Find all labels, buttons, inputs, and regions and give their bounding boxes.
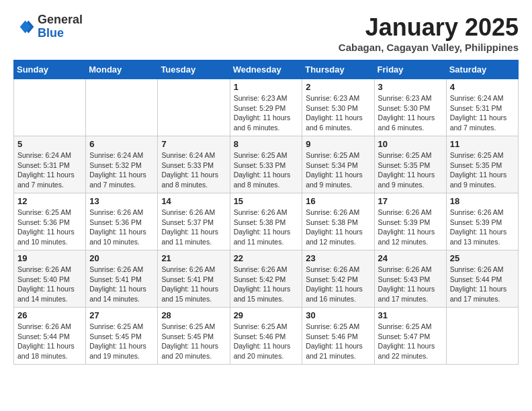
calendar-cell: 19Sunrise: 6:26 AMSunset: 5:40 PMDayligh… — [14, 250, 86, 308]
day-number: 8 — [234, 139, 299, 149]
calendar-cell: 10Sunrise: 6:25 AMSunset: 5:35 PMDayligh… — [374, 136, 446, 193]
day-number: 21 — [161, 253, 226, 263]
day-info: Sunrise: 6:25 AMSunset: 5:33 PMDaylight:… — [234, 150, 299, 190]
day-info: Sunrise: 6:26 AMSunset: 5:42 PMDaylight:… — [306, 265, 370, 304]
day-number: 11 — [450, 139, 515, 149]
day-info: Sunrise: 6:26 AMSunset: 5:40 PMDaylight:… — [17, 265, 82, 304]
calendar-cell — [86, 79, 158, 136]
logo: General Blue — [13, 13, 83, 40]
calendar-cell: 11Sunrise: 6:25 AMSunset: 5:35 PMDayligh… — [446, 136, 518, 193]
calendar-cell: 3Sunrise: 6:23 AMSunset: 5:30 PMDaylight… — [374, 79, 446, 136]
logo-general-text: General — [38, 13, 83, 27]
title-block: January 2025 Cabagan, Cagayan Valley, Ph… — [339, 13, 519, 53]
calendar-cell: 25Sunrise: 6:26 AMSunset: 5:44 PMDayligh… — [446, 250, 518, 308]
day-number: 7 — [161, 139, 226, 149]
day-info: Sunrise: 6:25 AMSunset: 5:35 PMDaylight:… — [450, 150, 515, 190]
week-row: 26Sunrise: 6:26 AMSunset: 5:44 PMDayligh… — [14, 308, 519, 365]
day-number: 17 — [378, 196, 443, 206]
day-number: 19 — [17, 253, 82, 263]
day-info: Sunrise: 6:24 AMSunset: 5:33 PMDaylight:… — [161, 150, 226, 190]
day-info: Sunrise: 6:26 AMSunset: 5:41 PMDaylight:… — [89, 265, 154, 304]
day-info: Sunrise: 6:26 AMSunset: 5:38 PMDaylight:… — [234, 208, 299, 247]
calendar-cell: 6Sunrise: 6:24 AMSunset: 5:32 PMDaylight… — [86, 136, 158, 193]
calendar-cell: 21Sunrise: 6:26 AMSunset: 5:41 PMDayligh… — [158, 250, 230, 308]
day-number: 29 — [234, 310, 299, 320]
calendar-cell: 9Sunrise: 6:25 AMSunset: 5:34 PMDaylight… — [302, 136, 374, 193]
logo-blue-text: Blue — [38, 27, 83, 40]
calendar-cell: 30Sunrise: 6:25 AMSunset: 5:46 PMDayligh… — [302, 308, 374, 365]
calendar-cell: 18Sunrise: 6:26 AMSunset: 5:39 PMDayligh… — [446, 193, 518, 250]
day-number: 9 — [306, 139, 370, 149]
day-of-week-header: Wednesday — [230, 60, 302, 79]
day-info: Sunrise: 6:26 AMSunset: 5:43 PMDaylight:… — [378, 265, 443, 304]
calendar-cell: 13Sunrise: 6:26 AMSunset: 5:36 PMDayligh… — [86, 193, 158, 250]
day-number: 24 — [378, 253, 443, 263]
week-row: 1Sunrise: 6:23 AMSunset: 5:29 PMDaylight… — [14, 79, 519, 136]
week-row: 5Sunrise: 6:24 AMSunset: 5:31 PMDaylight… — [14, 136, 519, 193]
calendar-table: SundayMondayTuesdayWednesdayThursdayFrid… — [13, 60, 519, 365]
calendar-cell: 16Sunrise: 6:26 AMSunset: 5:38 PMDayligh… — [302, 193, 374, 250]
day-number: 1 — [234, 82, 299, 92]
day-info: Sunrise: 6:25 AMSunset: 5:45 PMDaylight:… — [89, 322, 154, 361]
calendar-cell: 1Sunrise: 6:23 AMSunset: 5:29 PMDaylight… — [230, 79, 302, 136]
day-number: 27 — [89, 310, 154, 320]
calendar-cell: 24Sunrise: 6:26 AMSunset: 5:43 PMDayligh… — [374, 250, 446, 308]
day-number: 10 — [378, 139, 443, 149]
day-info: Sunrise: 6:25 AMSunset: 5:46 PMDaylight:… — [234, 322, 299, 361]
day-of-week-header: Saturday — [446, 60, 518, 79]
page-header: General Blue January 2025 Cabagan, Cagay… — [13, 13, 519, 53]
day-info: Sunrise: 6:26 AMSunset: 5:36 PMDaylight:… — [89, 208, 154, 247]
day-info: Sunrise: 6:26 AMSunset: 5:38 PMDaylight:… — [306, 208, 370, 247]
calendar-cell: 27Sunrise: 6:25 AMSunset: 5:45 PMDayligh… — [86, 308, 158, 365]
calendar-cell: 5Sunrise: 6:24 AMSunset: 5:31 PMDaylight… — [14, 136, 86, 193]
calendar-cell: 12Sunrise: 6:25 AMSunset: 5:36 PMDayligh… — [14, 193, 86, 250]
day-info: Sunrise: 6:23 AMSunset: 5:30 PMDaylight:… — [378, 93, 443, 133]
day-info: Sunrise: 6:25 AMSunset: 5:45 PMDaylight:… — [161, 322, 226, 361]
day-info: Sunrise: 6:26 AMSunset: 5:44 PMDaylight:… — [450, 265, 515, 304]
day-info: Sunrise: 6:25 AMSunset: 5:36 PMDaylight:… — [17, 208, 82, 247]
day-number: 28 — [161, 310, 226, 320]
day-info: Sunrise: 6:23 AMSunset: 5:30 PMDaylight:… — [306, 93, 370, 133]
day-info: Sunrise: 6:23 AMSunset: 5:29 PMDaylight:… — [234, 93, 299, 133]
calendar-header-row: SundayMondayTuesdayWednesdayThursdayFrid… — [14, 60, 519, 79]
week-row: 12Sunrise: 6:25 AMSunset: 5:36 PMDayligh… — [14, 193, 519, 250]
day-info: Sunrise: 6:26 AMSunset: 5:37 PMDaylight:… — [161, 208, 226, 247]
day-number: 13 — [89, 196, 154, 206]
calendar-cell — [446, 308, 518, 365]
location: Cabagan, Cagayan Valley, Philippines — [339, 42, 519, 53]
calendar-cell: 29Sunrise: 6:25 AMSunset: 5:46 PMDayligh… — [230, 308, 302, 365]
day-number: 14 — [161, 196, 226, 206]
day-number: 23 — [306, 253, 370, 263]
calendar-cell — [14, 79, 86, 136]
day-number: 31 — [378, 310, 443, 320]
day-of-week-header: Sunday — [14, 60, 86, 79]
calendar-cell: 2Sunrise: 6:23 AMSunset: 5:30 PMDaylight… — [302, 79, 374, 136]
calendar-cell: 7Sunrise: 6:24 AMSunset: 5:33 PMDaylight… — [158, 136, 230, 193]
calendar-cell: 23Sunrise: 6:26 AMSunset: 5:42 PMDayligh… — [302, 250, 374, 308]
calendar-cell: 14Sunrise: 6:26 AMSunset: 5:37 PMDayligh… — [158, 193, 230, 250]
day-of-week-header: Tuesday — [158, 60, 230, 79]
week-row: 19Sunrise: 6:26 AMSunset: 5:40 PMDayligh… — [14, 250, 519, 308]
day-info: Sunrise: 6:26 AMSunset: 5:39 PMDaylight:… — [450, 208, 515, 247]
day-number: 6 — [89, 139, 154, 149]
day-number: 20 — [89, 253, 154, 263]
day-info: Sunrise: 6:25 AMSunset: 5:47 PMDaylight:… — [378, 322, 443, 361]
calendar-cell: 28Sunrise: 6:25 AMSunset: 5:45 PMDayligh… — [158, 308, 230, 365]
day-number: 5 — [17, 139, 82, 149]
day-info: Sunrise: 6:25 AMSunset: 5:46 PMDaylight:… — [306, 322, 370, 361]
day-number: 12 — [17, 196, 82, 206]
day-info: Sunrise: 6:24 AMSunset: 5:32 PMDaylight:… — [89, 150, 154, 190]
logo-icon — [13, 16, 35, 38]
day-of-week-header: Thursday — [302, 60, 374, 79]
day-number: 26 — [17, 310, 82, 320]
calendar-cell: 15Sunrise: 6:26 AMSunset: 5:38 PMDayligh… — [230, 193, 302, 250]
day-info: Sunrise: 6:24 AMSunset: 5:31 PMDaylight:… — [450, 93, 515, 133]
day-info: Sunrise: 6:26 AMSunset: 5:42 PMDaylight:… — [234, 265, 299, 304]
day-number: 4 — [450, 82, 515, 92]
calendar-cell: 22Sunrise: 6:26 AMSunset: 5:42 PMDayligh… — [230, 250, 302, 308]
day-number: 22 — [234, 253, 299, 263]
day-info: Sunrise: 6:25 AMSunset: 5:34 PMDaylight:… — [306, 150, 370, 190]
day-number: 30 — [306, 310, 370, 320]
day-info: Sunrise: 6:26 AMSunset: 5:39 PMDaylight:… — [378, 208, 443, 247]
day-of-week-header: Monday — [86, 60, 158, 79]
